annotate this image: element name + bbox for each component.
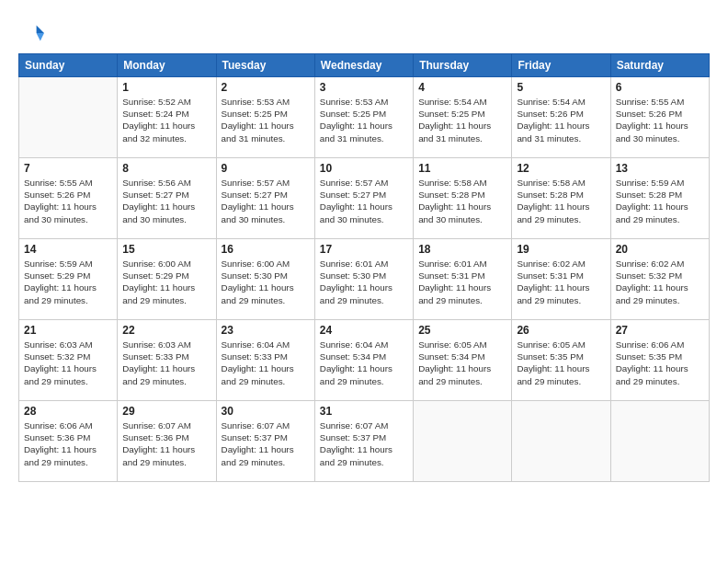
weekday-header-friday: Friday bbox=[512, 54, 610, 77]
cell-content: Sunrise: 5:54 AM Sunset: 5:25 PM Dayligh… bbox=[418, 96, 506, 144]
day-number: 14 bbox=[24, 243, 112, 256]
day-number: 11 bbox=[418, 162, 506, 175]
calendar-cell: 9Sunrise: 5:57 AM Sunset: 5:27 PM Daylig… bbox=[216, 158, 314, 239]
cell-content: Sunrise: 6:04 AM Sunset: 5:34 PM Dayligh… bbox=[320, 339, 408, 387]
calendar-cell: 6Sunrise: 5:55 AM Sunset: 5:26 PM Daylig… bbox=[610, 77, 709, 158]
day-number: 23 bbox=[222, 324, 310, 337]
cell-content: Sunrise: 5:53 AM Sunset: 5:25 PM Dayligh… bbox=[222, 96, 310, 144]
cell-content: Sunrise: 6:03 AM Sunset: 5:33 PM Dayligh… bbox=[122, 339, 210, 387]
cell-content: Sunrise: 5:52 AM Sunset: 5:24 PM Dayligh… bbox=[122, 96, 210, 144]
cell-content: Sunrise: 5:56 AM Sunset: 5:27 PM Dayligh… bbox=[122, 177, 210, 225]
day-number: 13 bbox=[616, 162, 704, 175]
day-number: 16 bbox=[222, 243, 310, 256]
calendar-cell: 22Sunrise: 6:03 AM Sunset: 5:33 PM Dayli… bbox=[118, 320, 216, 401]
calendar-cell bbox=[19, 77, 118, 158]
weekday-header-row: SundayMondayTuesdayWednesdayThursdayFrid… bbox=[19, 54, 710, 77]
day-number: 15 bbox=[122, 243, 210, 256]
calendar-week-row: 21Sunrise: 6:03 AM Sunset: 5:32 PM Dayli… bbox=[19, 320, 710, 401]
calendar-cell: 26Sunrise: 6:05 AM Sunset: 5:35 PM Dayli… bbox=[512, 320, 610, 401]
calendar-cell: 5Sunrise: 5:54 AM Sunset: 5:26 PM Daylig… bbox=[512, 77, 610, 158]
calendar-cell: 23Sunrise: 6:04 AM Sunset: 5:33 PM Dayli… bbox=[216, 320, 314, 401]
calendar-cell: 29Sunrise: 6:07 AM Sunset: 5:36 PM Dayli… bbox=[118, 401, 216, 482]
calendar-cell: 25Sunrise: 6:05 AM Sunset: 5:34 PM Dayli… bbox=[414, 320, 512, 401]
day-number: 21 bbox=[24, 324, 112, 337]
calendar: SundayMondayTuesdayWednesdayThursdayFrid… bbox=[18, 53, 710, 482]
calendar-cell: 21Sunrise: 6:03 AM Sunset: 5:32 PM Dayli… bbox=[19, 320, 118, 401]
cell-content: Sunrise: 6:01 AM Sunset: 5:30 PM Dayligh… bbox=[320, 258, 408, 306]
calendar-cell bbox=[512, 401, 610, 482]
day-number: 5 bbox=[517, 81, 605, 94]
day-number: 3 bbox=[320, 81, 408, 94]
cell-content: Sunrise: 5:59 AM Sunset: 5:28 PM Dayligh… bbox=[616, 177, 704, 225]
page: SundayMondayTuesdayWednesdayThursdayFrid… bbox=[0, 0, 728, 563]
day-number: 4 bbox=[418, 81, 506, 94]
day-number: 1 bbox=[122, 81, 210, 94]
day-number: 29 bbox=[122, 405, 210, 418]
day-number: 26 bbox=[517, 324, 605, 337]
calendar-cell: 17Sunrise: 6:01 AM Sunset: 5:30 PM Dayli… bbox=[314, 239, 413, 320]
calendar-cell: 30Sunrise: 6:07 AM Sunset: 5:37 PM Dayli… bbox=[216, 401, 314, 482]
cell-content: Sunrise: 6:03 AM Sunset: 5:32 PM Dayligh… bbox=[24, 339, 112, 387]
day-number: 17 bbox=[320, 243, 408, 256]
calendar-cell: 14Sunrise: 5:59 AM Sunset: 5:29 PM Dayli… bbox=[19, 239, 118, 320]
cell-content: Sunrise: 5:57 AM Sunset: 5:27 PM Dayligh… bbox=[320, 177, 408, 225]
day-number: 22 bbox=[122, 324, 210, 337]
cell-content: Sunrise: 6:05 AM Sunset: 5:34 PM Dayligh… bbox=[418, 339, 506, 387]
cell-content: Sunrise: 5:57 AM Sunset: 5:27 PM Dayligh… bbox=[222, 177, 310, 225]
cell-content: Sunrise: 6:06 AM Sunset: 5:36 PM Dayligh… bbox=[24, 419, 112, 468]
calendar-week-row: 1Sunrise: 5:52 AM Sunset: 5:24 PM Daylig… bbox=[19, 77, 710, 158]
calendar-cell: 8Sunrise: 5:56 AM Sunset: 5:27 PM Daylig… bbox=[118, 158, 216, 239]
logo bbox=[18, 20, 48, 46]
calendar-cell: 13Sunrise: 5:59 AM Sunset: 5:28 PM Dayli… bbox=[610, 158, 709, 239]
header bbox=[18, 17, 710, 46]
day-number: 27 bbox=[616, 324, 704, 337]
calendar-cell bbox=[414, 401, 512, 482]
cell-content: Sunrise: 6:02 AM Sunset: 5:31 PM Dayligh… bbox=[517, 258, 605, 306]
day-number: 2 bbox=[222, 81, 310, 94]
calendar-cell: 7Sunrise: 5:55 AM Sunset: 5:26 PM Daylig… bbox=[19, 158, 118, 239]
cell-content: Sunrise: 6:05 AM Sunset: 5:35 PM Dayligh… bbox=[517, 339, 605, 387]
day-number: 31 bbox=[320, 405, 408, 418]
calendar-cell: 1Sunrise: 5:52 AM Sunset: 5:24 PM Daylig… bbox=[118, 77, 216, 158]
cell-content: Sunrise: 5:59 AM Sunset: 5:29 PM Dayligh… bbox=[24, 258, 112, 306]
calendar-cell: 10Sunrise: 5:57 AM Sunset: 5:27 PM Dayli… bbox=[314, 158, 413, 239]
calendar-cell: 28Sunrise: 6:06 AM Sunset: 5:36 PM Dayli… bbox=[19, 401, 118, 482]
cell-content: Sunrise: 5:53 AM Sunset: 5:25 PM Dayligh… bbox=[320, 96, 408, 144]
logo-icon bbox=[18, 20, 44, 46]
weekday-header-sunday: Sunday bbox=[19, 54, 118, 77]
day-number: 28 bbox=[24, 405, 112, 418]
cell-content: Sunrise: 6:07 AM Sunset: 5:36 PM Dayligh… bbox=[122, 419, 210, 468]
weekday-header-wednesday: Wednesday bbox=[314, 54, 413, 77]
calendar-cell: 31Sunrise: 6:07 AM Sunset: 5:37 PM Dayli… bbox=[314, 401, 413, 482]
cell-content: Sunrise: 5:55 AM Sunset: 5:26 PM Dayligh… bbox=[24, 177, 112, 225]
day-number: 12 bbox=[517, 162, 605, 175]
day-number: 8 bbox=[122, 162, 210, 175]
day-number: 30 bbox=[222, 405, 310, 418]
cell-content: Sunrise: 6:07 AM Sunset: 5:37 PM Dayligh… bbox=[320, 419, 408, 468]
calendar-cell: 3Sunrise: 5:53 AM Sunset: 5:25 PM Daylig… bbox=[314, 77, 413, 158]
calendar-cell: 4Sunrise: 5:54 AM Sunset: 5:25 PM Daylig… bbox=[414, 77, 512, 158]
calendar-cell: 27Sunrise: 6:06 AM Sunset: 5:35 PM Dayli… bbox=[610, 320, 709, 401]
weekday-header-monday: Monday bbox=[118, 54, 216, 77]
cell-content: Sunrise: 5:55 AM Sunset: 5:26 PM Dayligh… bbox=[616, 96, 704, 144]
calendar-cell: 12Sunrise: 5:58 AM Sunset: 5:28 PM Dayli… bbox=[512, 158, 610, 239]
calendar-week-row: 28Sunrise: 6:06 AM Sunset: 5:36 PM Dayli… bbox=[19, 401, 710, 482]
day-number: 19 bbox=[517, 243, 605, 256]
cell-content: Sunrise: 6:06 AM Sunset: 5:35 PM Dayligh… bbox=[616, 339, 704, 387]
calendar-cell: 18Sunrise: 6:01 AM Sunset: 5:31 PM Dayli… bbox=[414, 239, 512, 320]
day-number: 20 bbox=[616, 243, 704, 256]
cell-content: Sunrise: 5:58 AM Sunset: 5:28 PM Dayligh… bbox=[418, 177, 506, 225]
calendar-cell bbox=[610, 401, 709, 482]
weekday-header-saturday: Saturday bbox=[610, 54, 709, 77]
calendar-week-row: 14Sunrise: 5:59 AM Sunset: 5:29 PM Dayli… bbox=[19, 239, 710, 320]
day-number: 18 bbox=[418, 243, 506, 256]
cell-content: Sunrise: 6:00 AM Sunset: 5:30 PM Dayligh… bbox=[222, 258, 310, 306]
cell-content: Sunrise: 5:58 AM Sunset: 5:28 PM Dayligh… bbox=[517, 177, 605, 225]
day-number: 6 bbox=[616, 81, 704, 94]
cell-content: Sunrise: 5:54 AM Sunset: 5:26 PM Dayligh… bbox=[517, 96, 605, 144]
weekday-header-thursday: Thursday bbox=[414, 54, 512, 77]
svg-marker-0 bbox=[37, 26, 44, 33]
day-number: 24 bbox=[320, 324, 408, 337]
calendar-week-row: 7Sunrise: 5:55 AM Sunset: 5:26 PM Daylig… bbox=[19, 158, 710, 239]
day-number: 9 bbox=[222, 162, 310, 175]
